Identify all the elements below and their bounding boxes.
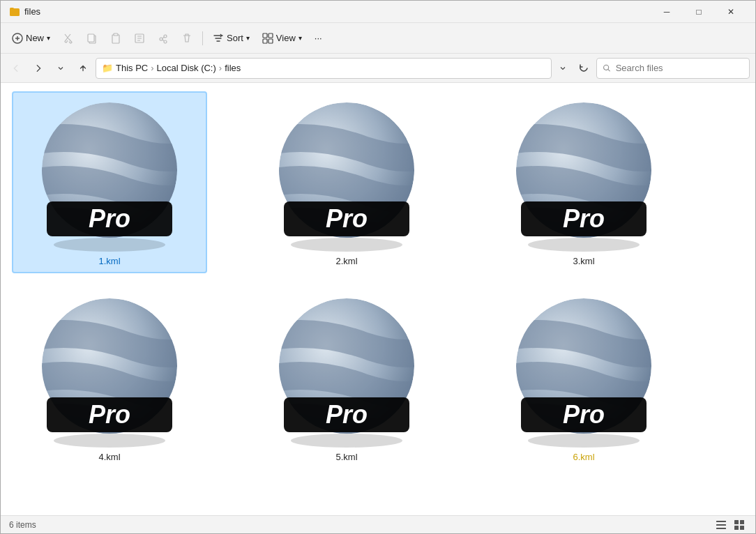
svg-rect-45 [740, 520, 744, 524]
back-button[interactable] [6, 59, 26, 78]
search-icon [603, 63, 612, 73]
breadcrumb-sep1: › [151, 63, 153, 73]
rename-icon [134, 33, 145, 44]
svg-point-36 [528, 434, 640, 448]
svg-rect-41 [716, 521, 726, 522]
svg-rect-8 [263, 39, 267, 43]
chevron-down-icon [56, 64, 65, 73]
svg-text:Pro: Pro [89, 204, 130, 233]
minimize-button[interactable]: ─ [651, 1, 683, 23]
svg-text:Pro: Pro [326, 400, 368, 429]
file-item[interactable]: Pro3.kml [486, 91, 681, 273]
breadcrumb-localdisk: Local Disk (C:) [157, 63, 216, 73]
file-icon: Pro [33, 294, 186, 448]
more-button[interactable]: ··· [309, 27, 328, 49]
close-button[interactable]: ✕ [715, 1, 747, 23]
forward-icon [33, 63, 43, 73]
file-icon: Pro [270, 294, 423, 448]
svg-rect-4 [114, 33, 118, 36]
svg-rect-46 [734, 526, 739, 530]
file-item[interactable]: Pro5.kml [249, 287, 444, 469]
address-path[interactable]: 📁 This PC › Local Disk (C:) › files [96, 58, 552, 79]
file-item[interactable]: Pro2.kml [249, 91, 444, 273]
file-icon: Pro [270, 98, 423, 252]
address-dropdown-button[interactable] [554, 59, 571, 78]
file-item[interactable]: Pro6.kml [486, 287, 681, 469]
copy-icon [86, 33, 98, 44]
cut-button[interactable] [57, 27, 80, 49]
svg-point-21 [528, 238, 640, 252]
status-bar: 6 items [1, 515, 755, 533]
copy-button[interactable] [81, 27, 103, 49]
recent-button[interactable] [51, 59, 70, 78]
svg-point-31 [291, 434, 402, 448]
svg-rect-7 [269, 33, 273, 38]
paste-icon [110, 33, 121, 44]
toolbar: New ▾ [1, 23, 755, 54]
share-icon [158, 33, 169, 44]
file-name: 1.kml [98, 256, 120, 266]
title-bar-left: files [9, 6, 40, 17]
search-box[interactable] [596, 58, 750, 79]
breadcrumb-files: files [225, 63, 241, 73]
file-name: 4.kml [98, 452, 120, 462]
back-icon [11, 63, 21, 73]
view-icon [262, 33, 273, 44]
paste-button[interactable] [105, 27, 127, 49]
grid-view-button[interactable] [732, 517, 747, 533]
file-icon: Pro [33, 98, 186, 252]
svg-rect-2 [88, 34, 94, 42]
window-controls: ─ □ ✕ [651, 1, 747, 23]
delete-icon [181, 33, 192, 44]
list-view-icon [716, 519, 727, 531]
breadcrumb-sep2: › [219, 63, 222, 73]
grid-view-icon [734, 519, 745, 531]
share-button[interactable] [152, 27, 174, 49]
file-name: 6.kml [573, 452, 594, 462]
file-icon: Pro [507, 98, 660, 252]
forward-button[interactable] [29, 59, 48, 78]
svg-text:Pro: Pro [326, 204, 368, 233]
search-input[interactable] [616, 63, 743, 73]
up-icon [78, 63, 88, 73]
sort-button[interactable]: Sort ▾ [207, 27, 255, 49]
main-content: Pro1.kmlPro2.kmlPro3.kmlPro4.kmlPro5.kml… [1, 83, 755, 515]
folder-icon: 📁 [102, 63, 113, 73]
svg-text:Pro: Pro [563, 204, 605, 233]
cut-icon [63, 33, 74, 44]
rename-button[interactable] [128, 27, 151, 49]
file-name: 3.kml [573, 256, 594, 266]
svg-rect-47 [740, 526, 744, 530]
svg-rect-43 [716, 528, 726, 529]
file-name: 5.kml [335, 452, 357, 462]
files-grid: Pro1.kmlPro2.kmlPro3.kmlPro4.kmlPro5.kml… [12, 91, 744, 469]
delete-button[interactable] [176, 27, 198, 49]
chevron-down-icon [559, 64, 567, 73]
svg-point-11 [54, 238, 165, 252]
view-button[interactable]: View ▾ [257, 27, 308, 49]
refresh-button[interactable] [574, 59, 594, 78]
svg-rect-44 [734, 520, 739, 524]
svg-rect-42 [716, 524, 726, 526]
item-count: 6 items [9, 520, 36, 530]
address-bar: 📁 This PC › Local Disk (C:) › files [1, 54, 755, 83]
list-view-button[interactable] [713, 517, 729, 533]
file-item[interactable]: Pro4.kml [12, 287, 207, 469]
maximize-button[interactable]: □ [683, 1, 715, 23]
file-icon: Pro [507, 294, 660, 448]
view-toggle [713, 517, 747, 533]
svg-text:Pro: Pro [89, 400, 130, 429]
window-title: files [24, 6, 40, 17]
folder-icon [9, 6, 20, 17]
svg-point-16 [291, 238, 402, 252]
toolbar-separator [202, 31, 203, 45]
svg-rect-3 [112, 35, 119, 43]
file-item[interactable]: Pro1.kml [12, 91, 207, 273]
file-name: 2.kml [335, 256, 357, 266]
svg-rect-9 [269, 39, 273, 43]
breadcrumb-thispc: This PC [116, 63, 148, 73]
up-button[interactable] [73, 59, 93, 78]
new-button[interactable]: New ▾ [6, 27, 56, 49]
svg-text:Pro: Pro [563, 400, 605, 429]
title-bar: files ─ □ ✕ [1, 1, 755, 23]
